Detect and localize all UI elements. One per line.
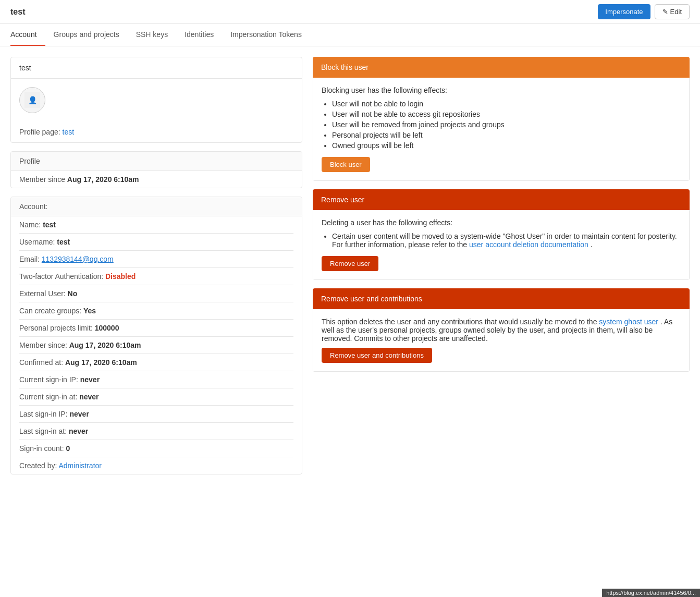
username-row: Username: test <box>11 234 302 250</box>
remove-contrib-header: Remove user and contributions <box>313 288 690 309</box>
avatar-icon: 👤 <box>24 92 40 108</box>
tab-ssh[interactable]: SSH keys <box>128 24 176 46</box>
created-by-link[interactable]: Administrator <box>59 461 102 470</box>
remove-contrib-body: This option deletes the user and any con… <box>313 309 690 372</box>
email-link[interactable]: 1132938144@qq.com <box>42 255 114 263</box>
member-since2-row: Member since: Aug 17, 2020 6:10am <box>11 337 302 354</box>
account-card: Account: Name: test Username: test Email… <box>10 197 302 474</box>
member-since-row: Member since Aug 17, 2020 6:10am <box>11 171 302 188</box>
created-by-row: Created by: Administrator <box>11 457 302 474</box>
block-user-card: Block this user Blocking user has the fo… <box>313 57 690 181</box>
current-signin-ip-row: Current sign-in IP: never <box>11 371 302 388</box>
two-factor-row: Two-factor Authentication: Disabled <box>11 268 302 285</box>
list-item: Owned groups will be left <box>332 141 681 150</box>
tab-identities[interactable]: Identities <box>176 24 222 46</box>
block-card-header: Block this user <box>313 57 690 78</box>
list-item: User will not be able to access git repo… <box>332 110 681 118</box>
main-content: test 👤 Profile page: test Profile Member… <box>0 46 700 485</box>
profile-link-row: Profile page: test <box>11 121 302 142</box>
username-card: test 👤 Profile page: test <box>10 57 302 143</box>
username-section: test <box>11 57 302 79</box>
last-signin-ip-row: Last sign-in IP: never <box>11 406 302 422</box>
signin-count-row: Sign-in count: 0 <box>11 440 302 457</box>
system-ghost-user-link[interactable]: system ghost user <box>599 318 658 326</box>
account-header: Account: <box>11 197 302 216</box>
right-panel: Block this user Blocking user has the fo… <box>313 57 690 474</box>
can-create-groups-row: Can create groups: Yes <box>11 302 302 319</box>
remove-contributions-card: Remove user and contributions This optio… <box>313 288 690 372</box>
top-bar: test Impersonate ✎ Edit <box>0 0 700 24</box>
edit-button[interactable]: ✎ Edit <box>655 4 690 19</box>
page-title: test <box>10 7 25 17</box>
username-display: test <box>19 64 31 72</box>
remove-description: Deleting a user has the following effect… <box>322 218 681 227</box>
external-user-row: External User: No <box>11 285 302 302</box>
remove-user-doc-link[interactable]: user account deletion documentation <box>469 240 588 249</box>
remove-user-card: Remove user Deleting a user has the foll… <box>313 189 690 280</box>
last-signin-at-row: Last sign-in at: never <box>11 423 302 440</box>
remove-contrib-description: This option deletes the user and any con… <box>322 318 681 343</box>
avatar: 👤 <box>19 87 45 113</box>
list-item: Certain user content will be moved to a … <box>332 232 681 249</box>
profile-link[interactable]: test <box>63 128 75 136</box>
profile-card: Profile Member since Aug 17, 2020 6:10am <box>10 151 302 188</box>
current-signin-at-row: Current sign-in at: never <box>11 388 302 405</box>
svg-text:👤: 👤 <box>28 96 38 105</box>
list-item: Personal projects will be left <box>332 131 681 139</box>
tab-tokens[interactable]: Impersonation Tokens <box>222 24 310 46</box>
impersonate-button[interactable]: Impersonate <box>598 4 650 19</box>
remove-effects-list: Certain user content will be moved to a … <box>332 232 681 249</box>
email-row: Email: 1132938144@qq.com <box>11 251 302 267</box>
tabs-bar: Account Groups and projects SSH keys Ide… <box>0 24 700 46</box>
remove-card-body: Deleting a user has the following effect… <box>313 210 690 280</box>
top-bar-actions: Impersonate ✎ Edit <box>598 4 690 19</box>
list-item: User will be removed from joined project… <box>332 120 681 129</box>
profile-header: Profile <box>11 152 302 171</box>
left-panel: test 👤 Profile page: test Profile Member… <box>10 57 302 474</box>
avatar-area: 👤 <box>11 79 302 121</box>
projects-limit-row: Personal projects limit: 100000 <box>11 320 302 336</box>
name-row: Name: test <box>11 216 302 233</box>
tab-groups[interactable]: Groups and projects <box>45 24 128 46</box>
block-description: Blocking user has the following effects: <box>322 86 681 94</box>
remove-user-contributions-button[interactable]: Remove user and contributions <box>322 348 432 363</box>
block-card-body: Blocking user has the following effects:… <box>313 78 690 181</box>
remove-user-button[interactable]: Remove user <box>322 256 378 271</box>
edit-icon: ✎ <box>662 8 668 16</box>
block-user-button[interactable]: Block user <box>322 157 370 172</box>
tab-account[interactable]: Account <box>10 24 45 46</box>
list-item: User will not be able to login <box>332 100 681 108</box>
block-effects-list: User will not be able to login User will… <box>332 100 681 150</box>
confirmed-at-row: Confirmed at: Aug 17, 2020 6:10am <box>11 354 302 371</box>
remove-card-header: Remove user <box>313 189 690 210</box>
